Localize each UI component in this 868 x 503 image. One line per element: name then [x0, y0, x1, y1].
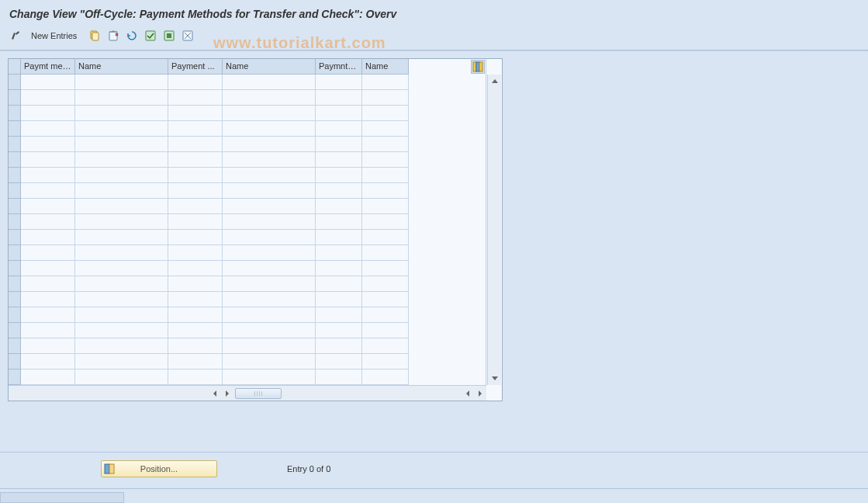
- table-cell[interactable]: [223, 168, 316, 183]
- row-selector[interactable]: [9, 276, 21, 292]
- row-selector[interactable]: [9, 183, 21, 199]
- table-cell[interactable]: [168, 121, 223, 137]
- row-selector[interactable]: [9, 168, 21, 183]
- row-selector[interactable]: [9, 369, 21, 385]
- select-all-icon[interactable]: [142, 28, 159, 43]
- select-block-icon[interactable]: [161, 28, 178, 43]
- table-cell[interactable]: [362, 168, 409, 183]
- scroll-left-icon[interactable]: [209, 387, 221, 400]
- table-cell[interactable]: [316, 369, 362, 385]
- scroll-right-icon[interactable]: [221, 387, 233, 400]
- table-cell[interactable]: [75, 230, 168, 245]
- table-cell[interactable]: [362, 75, 409, 90]
- table-cell[interactable]: [362, 276, 409, 292]
- table-cell[interactable]: [223, 214, 316, 230]
- table-cell[interactable]: [223, 75, 316, 90]
- scrollbar-thumb[interactable]: [235, 388, 282, 399]
- table-cell[interactable]: [223, 230, 316, 245]
- row-selector[interactable]: [9, 338, 21, 354]
- table-cell[interactable]: [75, 183, 168, 199]
- table-cell[interactable]: [362, 121, 409, 137]
- column-header[interactable]: Paymnt m...: [316, 59, 362, 75]
- table-cell[interactable]: [362, 106, 409, 121]
- table-cell[interactable]: [168, 369, 223, 385]
- table-cell[interactable]: [75, 199, 168, 214]
- table-cell[interactable]: [316, 168, 362, 183]
- table-cell[interactable]: [168, 245, 223, 261]
- table-cell[interactable]: [362, 90, 409, 106]
- table-cell[interactable]: [316, 90, 362, 106]
- table-cell[interactable]: [168, 106, 223, 121]
- vertical-scrollbar[interactable]: [487, 75, 501, 385]
- column-header[interactable]: Name: [223, 59, 316, 75]
- scroll-right-end-icon[interactable]: [474, 387, 486, 400]
- table-cell[interactable]: [21, 323, 75, 338]
- table-cell[interactable]: [75, 75, 168, 90]
- scroll-up-icon[interactable]: [488, 75, 501, 88]
- new-entries-button[interactable]: New Entries: [26, 28, 81, 43]
- table-cell[interactable]: [21, 168, 75, 183]
- table-cell[interactable]: [223, 307, 316, 323]
- table-cell[interactable]: [316, 276, 362, 292]
- undo-icon[interactable]: [123, 28, 140, 43]
- row-selector[interactable]: [9, 230, 21, 245]
- table-cell[interactable]: [75, 354, 168, 369]
- table-cell[interactable]: [316, 121, 362, 137]
- table-cell[interactable]: [168, 323, 223, 338]
- table-cell[interactable]: [168, 354, 223, 369]
- row-selector[interactable]: [9, 152, 21, 168]
- table-cell[interactable]: [362, 152, 409, 168]
- table-cell[interactable]: [316, 292, 362, 307]
- position-button[interactable]: Position...: [101, 460, 217, 477]
- table-cell[interactable]: [316, 152, 362, 168]
- table-cell[interactable]: [362, 323, 409, 338]
- table-cell[interactable]: [168, 276, 223, 292]
- column-header[interactable]: Paymt meth....: [21, 59, 75, 75]
- table-cell[interactable]: [223, 323, 316, 338]
- table-cell[interactable]: [21, 245, 75, 261]
- column-header[interactable]: Name: [362, 59, 409, 75]
- table-cell[interactable]: [75, 168, 168, 183]
- table-cell[interactable]: [316, 199, 362, 214]
- table-cell[interactable]: [75, 245, 168, 261]
- table-cell[interactable]: [223, 338, 316, 354]
- table-cell[interactable]: [223, 199, 316, 214]
- table-cell[interactable]: [168, 214, 223, 230]
- table-cell[interactable]: [316, 75, 362, 90]
- table-cell[interactable]: [168, 137, 223, 152]
- table-cell[interactable]: [223, 121, 316, 137]
- table-cell[interactable]: [223, 276, 316, 292]
- row-selector[interactable]: [9, 137, 21, 152]
- table-cell[interactable]: [223, 106, 316, 121]
- table-cell[interactable]: [168, 75, 223, 90]
- table-cell[interactable]: [223, 137, 316, 152]
- table-cell[interactable]: [21, 214, 75, 230]
- table-cell[interactable]: [75, 292, 168, 307]
- table-cell[interactable]: [168, 292, 223, 307]
- table-cell[interactable]: [316, 307, 362, 323]
- table-cell[interactable]: [21, 183, 75, 199]
- toggle-icon[interactable]: [8, 28, 25, 43]
- deselect-all-icon[interactable]: [179, 28, 196, 43]
- table-cell[interactable]: [21, 354, 75, 369]
- table-cell[interactable]: [75, 214, 168, 230]
- table-cell[interactable]: [21, 230, 75, 245]
- table-cell[interactable]: [21, 106, 75, 121]
- row-selector[interactable]: [9, 214, 21, 230]
- table-cell[interactable]: [21, 75, 75, 90]
- row-selector[interactable]: [9, 90, 21, 106]
- table-cell[interactable]: [75, 276, 168, 292]
- table-cell[interactable]: [21, 261, 75, 276]
- table-cell[interactable]: [168, 338, 223, 354]
- table-cell[interactable]: [362, 338, 409, 354]
- table-cell[interactable]: [75, 323, 168, 338]
- table-cell[interactable]: [168, 90, 223, 106]
- table-cell[interactable]: [75, 261, 168, 276]
- table-cell[interactable]: [362, 199, 409, 214]
- table-cell[interactable]: [21, 292, 75, 307]
- table-cell[interactable]: [223, 369, 316, 385]
- table-cell[interactable]: [223, 90, 316, 106]
- table-cell[interactable]: [168, 183, 223, 199]
- horizontal-scrollbar[interactable]: [9, 385, 486, 401]
- table-cell[interactable]: [316, 245, 362, 261]
